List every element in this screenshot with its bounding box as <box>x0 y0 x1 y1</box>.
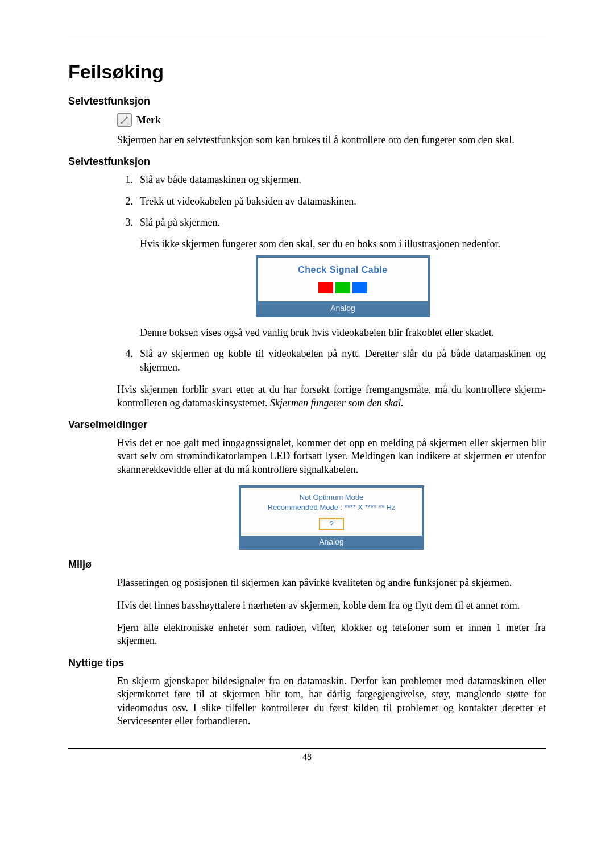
text-run-italic: Skjermen fungerer som den skal. <box>270 397 404 409</box>
step-text: Slå på på skjermen. <box>140 217 220 228</box>
figure-check-signal: Check Signal Cable Analog <box>140 255 546 317</box>
osd-top: Not Optimum Mode Recommended Mode : ****… <box>240 487 422 536</box>
section-heading-selvtest-2: Selvtestfunksjon <box>68 156 546 168</box>
section-body: Slå av både datamaskinen og skjermen. Tr… <box>117 173 546 410</box>
note-label: Merk <box>136 114 161 126</box>
osd-line-1: Not Optimum Mode <box>244 492 418 502</box>
osd-line-2: Recommended Mode : **** X **** ** Hz <box>244 502 418 513</box>
steps-list: Slå av både datamaskinen og skjermen. Tr… <box>117 173 546 374</box>
section-heading-selvtest-1: Selvtestfunksjon <box>68 95 546 107</box>
figure-not-optimum: Not Optimum Mode Recommended Mode : ****… <box>117 485 546 550</box>
osd-button-row: ? <box>244 518 418 530</box>
paragraph: Fjern alle elektroniske enheter som radi… <box>117 621 546 648</box>
section-heading-varsel: Varselmeldinger <box>68 419 546 431</box>
note-box: Merk <box>117 113 546 127</box>
osd-top: Check Signal Cable <box>258 258 428 302</box>
color-swatch-red <box>318 282 333 293</box>
paragraph: Hvis det finnes basshøyttalere i nærhete… <box>117 599 546 612</box>
osd-inner: Check Signal Cable Analog <box>258 257 428 315</box>
section-body: Plasseringen og posisjonen til skjermen … <box>117 576 546 648</box>
note-icon <box>117 113 132 127</box>
bottom-rule <box>68 748 546 749</box>
paragraph: En skjerm gjenskaper bildesignaler fra e… <box>117 675 546 728</box>
paragraph: Plasseringen og posisjonen til skjermen … <box>117 576 546 589</box>
top-rule <box>68 40 546 40</box>
osd-box: Check Signal Cable Analog <box>256 255 430 317</box>
section-body: En skjerm gjenskaper bildesignaler fra e… <box>117 675 546 728</box>
color-swatch-blue <box>352 282 367 293</box>
paragraph: Hvis ikke skjermen fungerer som den skal… <box>140 238 546 251</box>
step-item: Slå av skjermen og koble til videokabele… <box>117 347 546 374</box>
step-item: Trekk ut videokabelen på baksiden av dat… <box>117 195 546 208</box>
osd-box: Not Optimum Mode Recommended Mode : ****… <box>239 485 424 550</box>
color-swatch-green <box>335 282 350 293</box>
section-body: Hvis det er noe galt med inngagnssignale… <box>117 437 546 550</box>
step-item: Slå på på skjermen. Hvis ikke skjermen f… <box>117 216 546 339</box>
paragraph: Hvis skjermen forblir svart etter at du … <box>117 383 546 410</box>
step-item: Slå av både datamaskinen og skjermen. <box>117 173 546 186</box>
section-body: Merk Skjermen har en selvtestfunksjon so… <box>117 113 546 147</box>
osd-footer: Analog <box>258 302 428 315</box>
osd-message: Check Signal Cable <box>260 264 425 276</box>
document-page: Feilsøking Selvtestfunksjon Merk Skjerme… <box>0 0 614 785</box>
osd-footer: Analog <box>240 536 422 548</box>
paragraph: Skjermen har en selvtestfunksjon som kan… <box>117 134 546 147</box>
page-number: 48 <box>68 752 546 762</box>
section-heading-miljo: Miljø <box>68 559 546 571</box>
osd-flags <box>260 282 425 293</box>
page-title: Feilsøking <box>68 61 546 83</box>
osd-help-button: ? <box>319 518 343 530</box>
paragraph: Denne boksen vises også ved vanlig bruk … <box>140 326 546 339</box>
section-heading-tips: Nyttige tips <box>68 657 546 669</box>
paragraph: Hvis det er noe galt med inngagnssignale… <box>117 437 546 476</box>
